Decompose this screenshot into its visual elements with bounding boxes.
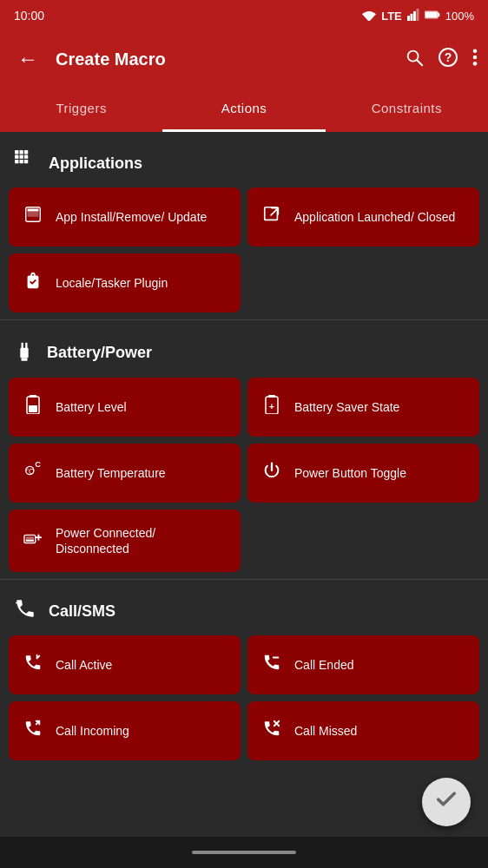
call-missed-button[interactable]: Call Missed — [247, 701, 479, 760]
power-plug-icon — [14, 338, 35, 367]
wifi-icon — [362, 9, 376, 23]
battery-level-button[interactable]: Battery Level — [9, 378, 241, 437]
battery-icon — [425, 9, 440, 23]
battery-temp-icon: °C C — [21, 461, 45, 485]
svg-rect-25 — [28, 209, 39, 212]
battery-temp-button[interactable]: °C C Battery Temperature — [9, 444, 241, 503]
tab-constraints[interactable]: Constraints — [326, 87, 488, 132]
app-install-label: App Install/Remove/ Update — [56, 209, 207, 225]
svg-rect-21 — [20, 160, 23, 163]
signal-icon — [407, 9, 419, 23]
tab-actions[interactable]: Actions — [162, 87, 325, 132]
svg-rect-6 — [438, 13, 439, 16]
applications-section-header: Applications — [0, 132, 488, 187]
call-ended-icon — [260, 653, 284, 677]
battery-saver-icon: + — [260, 395, 284, 419]
status-time: 10:00 — [14, 9, 44, 23]
plugin-icon — [21, 271, 45, 295]
svg-text:+: + — [269, 402, 274, 411]
apps-icon — [14, 149, 36, 177]
app-header: ← Create Macro ? — [0, 31, 488, 87]
app-launch-label: Application Launched/ Closed — [294, 209, 455, 225]
call-ended-button[interactable]: Call Ended — [247, 635, 479, 694]
power-button-label: Power Button Toggle — [294, 465, 406, 481]
call-active-label: Call Active — [56, 657, 112, 673]
battery-saver-label: Battery Saver State — [294, 399, 399, 415]
svg-rect-5 — [425, 11, 437, 16]
plugin-button[interactable]: Locale/Tasker Plugin — [9, 253, 241, 312]
power-button-icon — [260, 461, 284, 485]
svg-text:?: ? — [445, 50, 452, 64]
svg-point-12 — [473, 55, 478, 59]
phone-icon — [14, 597, 36, 625]
lte-label: LTE — [381, 10, 402, 23]
svg-rect-19 — [24, 155, 28, 159]
search-button[interactable] — [405, 48, 424, 71]
tab-bar: Triggers Actions Constraints — [0, 87, 488, 132]
call-missed-label: Call Missed — [294, 723, 357, 739]
svg-rect-14 — [15, 150, 18, 154]
tab-triggers[interactable]: Triggers — [0, 87, 162, 132]
svg-rect-17 — [15, 155, 18, 159]
svg-rect-29 — [22, 358, 28, 361]
call-section-header: Call/SMS — [0, 580, 488, 635]
svg-rect-20 — [15, 160, 18, 163]
app-install-button[interactable]: App Install/Remove/ Update — [9, 187, 241, 247]
call-ended-label: Call Ended — [294, 657, 354, 673]
battery-level-label: Battery Level — [56, 399, 127, 415]
battery-percent: 100% — [445, 10, 474, 23]
call-incoming-button[interactable]: Call Incoming — [9, 701, 241, 760]
fab-button[interactable] — [422, 778, 471, 826]
plugin-label: Locale/Tasker Plugin — [56, 275, 168, 291]
svg-rect-34 — [29, 405, 37, 412]
call-missed-icon — [260, 719, 284, 743]
call-incoming-icon — [21, 719, 45, 743]
svg-point-13 — [473, 62, 478, 66]
back-button[interactable]: ← — [10, 40, 45, 78]
battery-level-icon — [21, 395, 45, 419]
help-button[interactable]: ? — [438, 47, 458, 72]
svg-text:C: C — [35, 461, 41, 469]
more-button[interactable] — [472, 48, 478, 71]
power-button-toggle-btn[interactable]: Power Button Toggle — [247, 444, 479, 503]
battery-saver-button[interactable]: + Battery Saver State — [247, 378, 479, 437]
svg-rect-26 — [265, 207, 278, 220]
svg-text:°C: °C — [26, 468, 34, 476]
page-title: Create Macro — [56, 49, 394, 69]
main-content: Applications App Install/Remove/ Update — [0, 132, 488, 778]
applications-title: Applications — [49, 155, 142, 173]
svg-rect-30 — [22, 343, 23, 349]
call-active-icon — [21, 653, 45, 677]
svg-rect-31 — [25, 343, 27, 349]
app-launch-button[interactable]: Application Launched/ Closed — [247, 187, 479, 247]
svg-rect-43 — [26, 540, 34, 542]
status-bar: 10:00 LTE 100% — [0, 0, 488, 31]
call-sms-grid: Call Active Call Ended Call Incoming — [0, 635, 488, 760]
svg-rect-18 — [20, 155, 23, 159]
app-launch-icon — [260, 205, 284, 229]
power-connected-button[interactable]: Power Connected/ Disconnected — [9, 510, 241, 572]
battery-grid: Battery Level + Battery Saver State °C C — [0, 378, 488, 572]
checkmark-icon — [434, 787, 458, 817]
svg-rect-3 — [416, 9, 419, 21]
svg-line-8 — [417, 60, 422, 65]
status-bar-right: LTE 100% — [362, 9, 474, 23]
svg-rect-28 — [20, 348, 28, 358]
power-connected-label: Power Connected/ Disconnected — [56, 525, 228, 556]
svg-rect-1 — [410, 13, 412, 20]
svg-rect-16 — [24, 150, 28, 154]
svg-rect-15 — [20, 150, 23, 154]
call-active-button[interactable]: Call Active — [9, 635, 241, 694]
battery-temp-label: Battery Temperature — [56, 465, 166, 481]
svg-rect-2 — [413, 10, 416, 20]
header-actions: ? — [405, 47, 478, 72]
call-sms-title: Call/SMS — [49, 602, 115, 621]
power-connected-icon — [21, 529, 45, 553]
battery-title: Battery/Power — [47, 344, 152, 362]
battery-section-header: Battery/Power — [0, 320, 488, 378]
svg-point-11 — [473, 49, 478, 53]
svg-rect-0 — [407, 16, 410, 21]
call-incoming-label: Call Incoming — [56, 723, 129, 739]
app-install-icon — [21, 205, 45, 229]
svg-rect-22 — [24, 160, 28, 163]
